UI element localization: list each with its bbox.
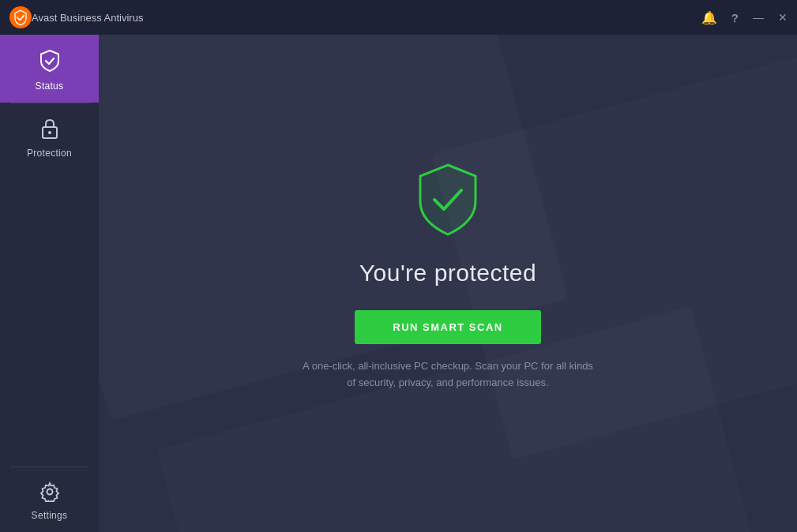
shield-container — [412, 160, 483, 242]
minimize-icon[interactable]: — — [753, 11, 764, 24]
lock-icon — [40, 118, 59, 143]
sidebar-settings-label: Settings — [32, 510, 68, 521]
svg-point-2 — [48, 131, 51, 134]
status-center: You're protected RUN SMART SCAN A one-cl… — [298, 160, 598, 407]
sidebar-item-protection[interactable]: Protection — [0, 103, 99, 170]
help-icon[interactable]: ? — [731, 11, 739, 24]
sidebar-protection-label: Protection — [27, 148, 72, 159]
sidebar: Status Protection — [0, 35, 99, 532]
scan-description: A one-click, all-inclusive PC checkup. S… — [298, 358, 598, 392]
run-smart-scan-button[interactable]: RUN SMART SCAN — [355, 310, 540, 344]
protection-shield-icon — [412, 160, 483, 239]
window-controls: 🔔 ? — ✕ — [701, 10, 788, 25]
gear-icon — [39, 481, 60, 505]
sidebar-bottom: Settings — [0, 466, 99, 532]
avast-logo — [9, 6, 32, 28]
app-title: Avast Business Antivirus — [32, 12, 701, 24]
shield-check-icon — [39, 49, 61, 76]
protected-title: You're protected — [359, 260, 536, 287]
notification-icon[interactable]: 🔔 — [701, 10, 717, 25]
main-content: You're protected RUN SMART SCAN A one-cl… — [99, 35, 797, 532]
title-bar: Avast Business Antivirus 🔔 ? — ✕ — [0, 0, 797, 35]
app-layout: Status Protection — [0, 35, 797, 532]
sidebar-item-status[interactable]: Status — [0, 35, 99, 103]
close-icon[interactable]: ✕ — [778, 11, 788, 24]
sidebar-status-label: Status — [36, 81, 64, 92]
svg-point-3 — [47, 489, 52, 495]
sidebar-item-settings[interactable]: Settings — [0, 467, 99, 532]
